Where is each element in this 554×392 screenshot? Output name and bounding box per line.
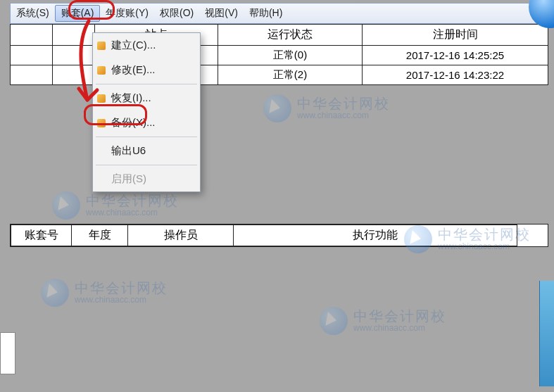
- account-set-dropdown: 建立(C)... 修改(E)... 恢复(I)... 备份(X)... 输出U6…: [92, 32, 201, 192]
- menu-permission[interactable]: 权限(O): [154, 4, 199, 23]
- table-header-regtime: 注册时间: [363, 25, 548, 46]
- status-header-account-no: 账套号: [11, 225, 72, 246]
- dropdown-item-enable: 启用(S): [93, 167, 200, 191]
- session-table: 站点 运行状态 注册时间 AORRA 正常(0) 2017-12-16 14:2…: [10, 24, 548, 85]
- menu-view[interactable]: 视图(V): [199, 4, 244, 23]
- app-window: 系统(S) 账套(A) 年度账(Y) 权限(O) 视图(V) 帮助(H) 站点 …: [0, 0, 554, 392]
- watermark-text-cn: 中华会计网校: [75, 280, 168, 296]
- watermark-logo-icon: [41, 279, 69, 307]
- table-header-status: 运行状态: [218, 25, 363, 46]
- left-preview-thumb: [0, 332, 15, 374]
- watermark-text-en: www.chinaacc.com: [75, 296, 168, 305]
- dropdown-item-create[interactable]: 建立(C)...: [93, 33, 200, 58]
- table-row[interactable]: AORRA 正常(2) 2017-12-16 14:23:22: [11, 65, 548, 85]
- menu-bar: 系统(S) 账套(A) 年度账(Y) 权限(O) 视图(V) 帮助(H): [10, 3, 548, 24]
- watermark-text-en: www.chinaacc.com: [353, 324, 446, 333]
- dropdown-item-backup[interactable]: 备份(X)...: [93, 110, 200, 135]
- cell-regtime: 2017-12-16 14:25:25: [363, 46, 548, 65]
- cell: [53, 46, 95, 65]
- status-table: 账套号 年度 操作员 执行功能: [11, 225, 517, 246]
- table-row[interactable]: AORRA 正常(0) 2017-12-16 14:25:25: [11, 46, 548, 65]
- dropdown-separator: [96, 165, 197, 165]
- menu-help[interactable]: 帮助(H): [244, 4, 292, 23]
- lower-pane: 账套号 年度 操作员 执行功能 中华会计网校 www.chinaacc.com …: [10, 222, 548, 389]
- watermark: 中华会计网校 www.chinaacc.com: [52, 191, 179, 220]
- dropdown-item-modify[interactable]: 修改(E)...: [93, 58, 200, 82]
- watermark-text-en: www.chinaacc.com: [297, 111, 390, 120]
- table-header-blank1: [11, 25, 53, 46]
- watermark-text-cn: 中华会计网校: [297, 96, 390, 111]
- menu-annual-account[interactable]: 年度账(Y): [100, 4, 154, 23]
- cell-regtime: 2017-12-16 14:23:22: [363, 65, 548, 85]
- cell-status: 正常(2): [218, 65, 363, 85]
- dropdown-item-export-u6[interactable]: 输出U6: [93, 139, 200, 163]
- status-header-year: 年度: [72, 225, 128, 246]
- status-header-function: 执行功能: [234, 225, 517, 246]
- dropdown-separator: [96, 84, 197, 84]
- watermark: 中华会计网校 www.chinaacc.com: [41, 279, 168, 307]
- cell-status: 正常(0): [218, 46, 363, 65]
- status-header-operator: 操作员: [128, 225, 234, 246]
- right-sidebar-handle[interactable]: [539, 281, 554, 386]
- menu-account-set[interactable]: 账套(A): [55, 5, 101, 22]
- watermark: 中华会计网校 www.chinaacc.com: [320, 307, 446, 335]
- cell: [11, 65, 53, 85]
- dropdown-separator: [96, 137, 197, 137]
- watermark-logo-icon: [320, 307, 348, 335]
- watermark-text-cn: 中华会计网校: [353, 308, 446, 324]
- watermark: 中华会计网校 www.chinaacc.com: [263, 94, 390, 122]
- watermark-text-cn: 中华会计网校: [86, 193, 179, 208]
- cell: [11, 46, 53, 65]
- table-header-blank2: [53, 25, 95, 46]
- cell: [53, 65, 95, 85]
- upper-pane: 站点 运行状态 注册时间 AORRA 正常(0) 2017-12-16 14:2…: [10, 24, 548, 218]
- watermark-text-en: www.chinaacc.com: [86, 208, 179, 217]
- menu-system[interactable]: 系统(S): [11, 4, 55, 23]
- watermark-logo-icon: [52, 191, 80, 220]
- watermark-logo-icon: [263, 94, 291, 122]
- dropdown-item-restore[interactable]: 恢复(I)...: [93, 86, 200, 110]
